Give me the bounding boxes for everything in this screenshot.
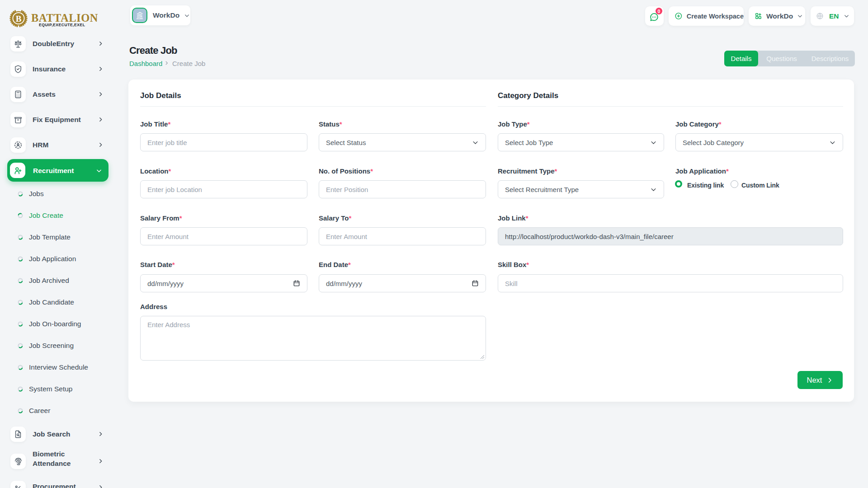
svg-text:B: B	[16, 14, 22, 23]
